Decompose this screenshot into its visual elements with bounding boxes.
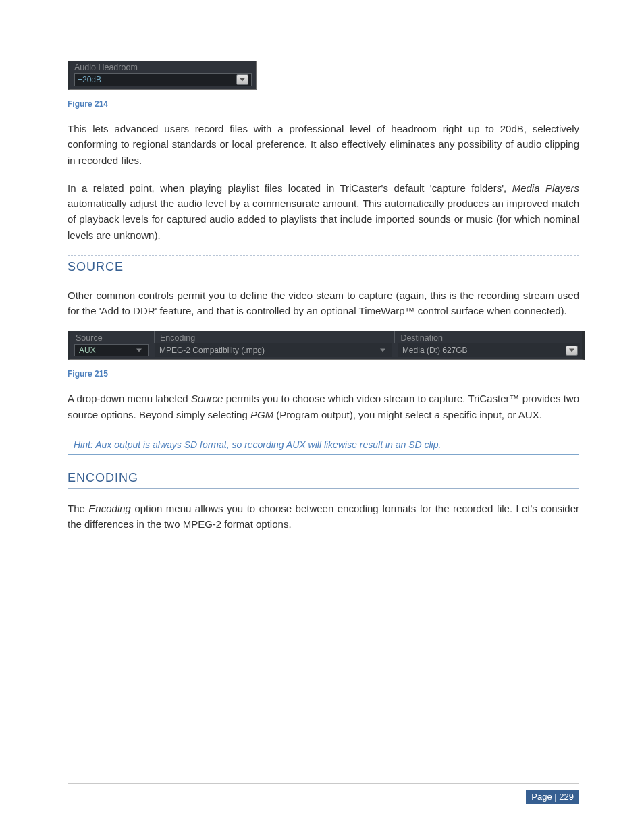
audio-headroom-label: Audio Headroom bbox=[70, 61, 256, 73]
page-number: Page | 229 bbox=[526, 790, 579, 804]
figure-215-caption: Figure 215 bbox=[68, 369, 579, 379]
col-header-encoding: Encoding bbox=[154, 331, 394, 343]
encoding-dropdown[interactable]: MPEG-2 Compatibility (.mpg) bbox=[155, 343, 392, 357]
destination-value: Media (D:) 627GB bbox=[402, 346, 566, 355]
audio-headroom-dropdown[interactable]: +20dB bbox=[74, 73, 252, 86]
audio-headroom-value: +20dB bbox=[78, 75, 101, 84]
figure-214-caption: Figure 214 bbox=[68, 99, 579, 109]
source-value: AUX bbox=[79, 346, 135, 355]
chevron-down-icon bbox=[135, 348, 143, 352]
col-header-destination: Destination bbox=[394, 331, 582, 343]
chevron-down-icon bbox=[379, 348, 387, 352]
col-header-source: Source bbox=[70, 331, 154, 343]
paragraph-5: The Encoding option menu allows you to c… bbox=[68, 501, 579, 532]
audio-headroom-widget: Audio Headroom +20dB bbox=[68, 61, 257, 90]
source-dropdown[interactable]: AUX bbox=[74, 344, 149, 356]
heading-encoding: ENCODING bbox=[68, 471, 579, 489]
chevron-down-icon[interactable] bbox=[566, 346, 578, 356]
chevron-down-icon[interactable] bbox=[236, 74, 248, 85]
page-footer: Page | 229 bbox=[68, 783, 579, 804]
paragraph-2: In a related point, when playing playlis… bbox=[68, 180, 579, 243]
source-encoding-table: Source Encoding Destination AUX MPEG-2 C… bbox=[68, 331, 585, 360]
heading-source: SOURCE bbox=[68, 255, 579, 277]
encoding-value: MPEG-2 Compatibility (.mpg) bbox=[159, 346, 379, 355]
destination-dropdown[interactable]: Media (D:) 627GB bbox=[398, 343, 580, 357]
paragraph-4: A drop-down menu labeled Source permits … bbox=[68, 391, 579, 422]
paragraph-1: This lets advanced users record files wi… bbox=[68, 121, 579, 168]
hint-box: Hint: Aux output is always SD format, so… bbox=[68, 435, 579, 455]
paragraph-3: Other common controls permit you to defi… bbox=[68, 287, 579, 319]
